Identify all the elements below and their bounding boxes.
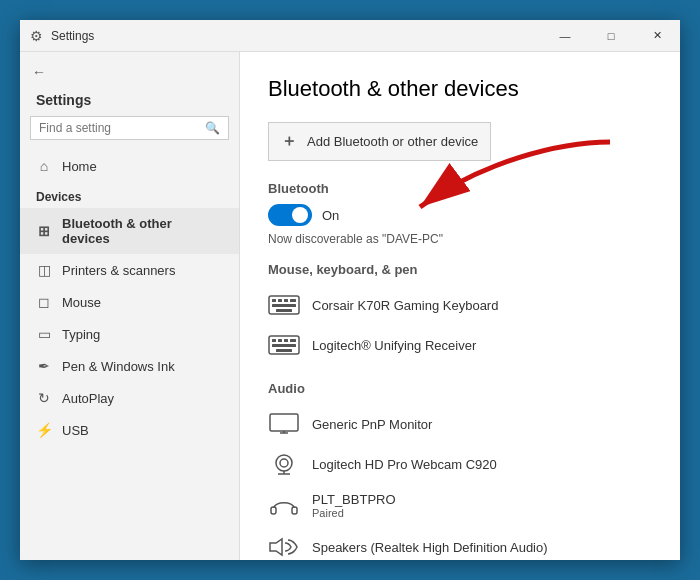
device-name-keyboard1: Corsair K70R Gaming Keyboard: [312, 298, 498, 313]
svg-rect-11: [284, 339, 288, 342]
svg-point-18: [276, 455, 292, 471]
settings-window: ⚙ Settings — □ ✕ ← Settings 🔍 ⌂ Home Dev…: [20, 20, 680, 560]
device-name-speakers: Speakers (Realtek High Definition Audio): [312, 540, 548, 555]
sidebar: ← Settings 🔍 ⌂ Home Devices ⊞ Bluetooth …: [20, 52, 240, 560]
section-label-mouse-keyboard: Mouse, keyboard, & pen: [268, 262, 652, 277]
autoplay-icon: ↻: [36, 390, 52, 406]
device-item-monitor: Generic PnP Monitor: [268, 404, 652, 444]
search-icon: 🔍: [205, 121, 220, 135]
svg-rect-15: [270, 414, 298, 431]
plus-icon: ＋: [281, 131, 297, 152]
sidebar-usb-label: USB: [62, 423, 89, 438]
device-name-monitor: Generic PnP Monitor: [312, 417, 432, 432]
main-content: Bluetooth & other devices ＋ Add Bluetoot…: [240, 52, 680, 560]
printer-icon: ◫: [36, 262, 52, 278]
svg-rect-7: [276, 309, 292, 312]
device-info-monitor: Generic PnP Monitor: [312, 417, 432, 432]
sidebar-home-label: Home: [62, 159, 97, 174]
page-title: Bluetooth & other devices: [268, 76, 652, 102]
sidebar-item-bluetooth[interactable]: ⊞ Bluetooth & other devices: [20, 208, 239, 254]
sidebar-typing-label: Typing: [62, 327, 100, 342]
add-device-label: Add Bluetooth or other device: [307, 134, 478, 149]
content-area: ← Settings 🔍 ⌂ Home Devices ⊞ Bluetooth …: [20, 52, 680, 560]
minimize-button[interactable]: —: [542, 20, 588, 52]
svg-rect-9: [272, 339, 276, 342]
bluetooth-toggle-row: On: [268, 204, 652, 226]
sidebar-item-typing[interactable]: ▭ Typing: [20, 318, 239, 350]
sidebar-item-home[interactable]: ⌂ Home: [20, 150, 239, 182]
close-button[interactable]: ✕: [634, 20, 680, 52]
device-item-unifying: Logitech® Unifying Receiver: [268, 325, 652, 365]
title-bar-left: ⚙ Settings: [30, 28, 94, 44]
sidebar-section-label: Devices: [20, 186, 239, 208]
svg-rect-5: [290, 299, 296, 302]
device-status-headphones: Paired: [312, 507, 396, 519]
device-name-unifying: Logitech® Unifying Receiver: [312, 338, 476, 353]
mouse-icon: ◻: [36, 294, 52, 310]
device-item-keyboard1: Corsair K70R Gaming Keyboard: [268, 285, 652, 325]
speakers-icon: [268, 535, 300, 559]
svg-rect-4: [284, 299, 288, 302]
sidebar-item-pen[interactable]: ✒ Pen & Windows Ink: [20, 350, 239, 382]
add-device-button[interactable]: ＋ Add Bluetooth or other device: [268, 122, 491, 161]
title-back-arrow: ⚙: [30, 28, 43, 44]
bluetooth-section-label: Bluetooth: [268, 181, 652, 196]
sidebar-item-mouse[interactable]: ◻ Mouse: [20, 286, 239, 318]
svg-rect-14: [276, 349, 292, 352]
sidebar-item-usb[interactable]: ⚡ USB: [20, 414, 239, 446]
typing-icon: ▭: [36, 326, 52, 342]
svg-rect-12: [290, 339, 296, 342]
home-icon: ⌂: [36, 158, 52, 174]
sidebar-title: Settings: [20, 88, 239, 116]
sidebar-bluetooth-label: Bluetooth & other devices: [62, 216, 223, 246]
keyboard-icon-2: [268, 333, 300, 357]
monitor-icon: [268, 412, 300, 436]
title-bar: ⚙ Settings — □ ✕: [20, 20, 680, 52]
keyboard-icon-1: [268, 293, 300, 317]
search-box[interactable]: 🔍: [30, 116, 229, 140]
svg-marker-24: [270, 539, 282, 555]
svg-rect-6: [272, 304, 296, 307]
svg-rect-2: [272, 299, 276, 302]
section-label-audio: Audio: [268, 381, 652, 396]
sidebar-item-printers[interactable]: ◫ Printers & scanners: [20, 254, 239, 286]
device-name-headphones: PLT_BBTPRO: [312, 492, 396, 507]
back-arrow-icon: ←: [32, 64, 46, 80]
usb-icon: ⚡: [36, 422, 52, 438]
device-info-speakers: Speakers (Realtek High Definition Audio): [312, 540, 548, 555]
bluetooth-on-label: On: [322, 208, 339, 223]
device-info-webcam: Logitech HD Pro Webcam C920: [312, 457, 497, 472]
svg-rect-10: [278, 339, 282, 342]
sidebar-mouse-label: Mouse: [62, 295, 101, 310]
pen-icon: ✒: [36, 358, 52, 374]
search-input[interactable]: [39, 121, 205, 135]
sidebar-printers-label: Printers & scanners: [62, 263, 175, 278]
device-info-keyboard1: Corsair K70R Gaming Keyboard: [312, 298, 498, 313]
device-item-headphones: PLT_BBTPRO Paired: [268, 484, 652, 527]
device-item-webcam: Logitech HD Pro Webcam C920: [268, 444, 652, 484]
webcam-icon: [268, 452, 300, 476]
svg-point-19: [280, 459, 288, 467]
sidebar-pen-label: Pen & Windows Ink: [62, 359, 175, 374]
sidebar-item-autoplay[interactable]: ↻ AutoPlay: [20, 382, 239, 414]
maximize-button[interactable]: □: [588, 20, 634, 52]
discoverable-text: Now discoverable as "DAVE-PC": [268, 232, 652, 246]
headphones-icon: [268, 494, 300, 518]
svg-rect-3: [278, 299, 282, 302]
device-name-webcam: Logitech HD Pro Webcam C920: [312, 457, 497, 472]
device-info-unifying: Logitech® Unifying Receiver: [312, 338, 476, 353]
title-bar-title: Settings: [51, 29, 94, 43]
back-button[interactable]: ←: [20, 60, 239, 84]
sidebar-autoplay-label: AutoPlay: [62, 391, 114, 406]
bluetooth-icon: ⊞: [36, 223, 52, 239]
svg-rect-13: [272, 344, 296, 347]
bluetooth-toggle[interactable]: [268, 204, 312, 226]
toggle-knob: [292, 207, 308, 223]
svg-rect-22: [271, 507, 276, 514]
device-item-speakers: Speakers (Realtek High Definition Audio): [268, 527, 652, 560]
device-info-headphones: PLT_BBTPRO Paired: [312, 492, 396, 519]
svg-rect-23: [292, 507, 297, 514]
title-bar-controls: — □ ✕: [542, 20, 680, 52]
